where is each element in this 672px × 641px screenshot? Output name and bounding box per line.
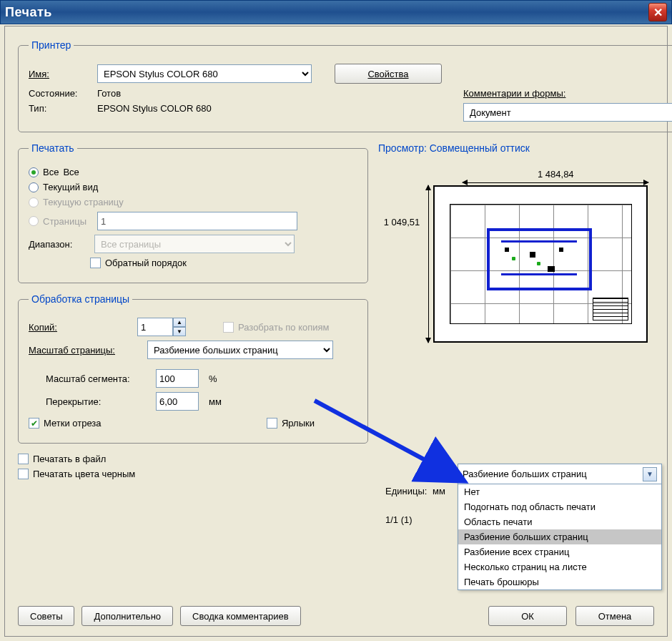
comments-label: Комментарии и формы: (463, 88, 565, 99)
subset-label: Диапазон: (29, 239, 90, 250)
copies-down[interactable]: ▼ (173, 327, 186, 336)
scale-dropdown-popup: Разбиение больших страниц ▼ Нет Подогнат… (458, 464, 662, 590)
close-icon: ✕ (653, 6, 663, 19)
preview-area: 1 049,51 1 484,84 (378, 161, 654, 433)
comments-select[interactable]: Документ (463, 103, 672, 122)
segment-label: Масштаб сегмента: (46, 373, 152, 384)
reverse-checkbox[interactable]: Обратный порядок (90, 258, 187, 268)
scale-dropdown-header[interactable]: Разбиение больших страниц ▼ (458, 464, 661, 484)
advanced-button[interactable]: Дополнительно (81, 606, 173, 626)
chevron-down-icon[interactable]: ▼ (643, 467, 657, 481)
printer-name-select[interactable]: EPSON Stylus COLOR 680 (97, 64, 312, 83)
overlap-input[interactable] (156, 392, 199, 411)
subset-select: Все страницы (94, 235, 295, 253)
copies-input[interactable] (137, 318, 173, 336)
print-range-group: Печатать Все Все Текущий вид Текущую стр… (18, 142, 368, 283)
scale-option-booklet[interactable]: Печать брошюры (458, 574, 661, 589)
printer-type-value: EPSON Stylus COLOR 680 (97, 103, 212, 114)
page-handling-legend: Обработка страницы (29, 293, 132, 305)
radio-all[interactable]: Все Все (29, 167, 357, 177)
preview-drawing (450, 204, 632, 324)
printer-type-label: Тип: (29, 103, 93, 114)
print-black-checkbox[interactable]: Печатать цвета черным (18, 469, 135, 479)
pages-input (97, 212, 297, 230)
copies-up[interactable]: ▲ (173, 318, 186, 327)
properties-button[interactable]: Свойства (335, 64, 442, 84)
printer-status-label: Состояние: (29, 88, 93, 99)
cancel-button[interactable]: Отмена (575, 606, 654, 626)
window-title: Печать (5, 5, 648, 20)
print-to-file-checkbox[interactable]: Печатать в файл (18, 454, 106, 464)
preview-width: 1 484,84 (538, 169, 574, 180)
cutmarks-checkbox[interactable]: ✔ Метки отреза (29, 418, 102, 429)
radio-current-view[interactable]: Текущий вид (29, 182, 357, 192)
annotation-arrow-icon (311, 397, 475, 490)
dim-arrow-h-icon (463, 182, 648, 183)
bottom-buttons: Советы Дополнительно Сводка комментариев (18, 606, 301, 626)
preview-title: Просмотр: Совмещенный оттиск (378, 142, 654, 154)
page-count: 1/1 (1) (385, 514, 412, 525)
close-button[interactable]: ✕ (648, 3, 667, 21)
segment-input[interactable] (156, 369, 199, 388)
scale-select[interactable]: Разбиение больших страниц (147, 341, 333, 359)
copies-stepper[interactable]: ▲▼ (137, 318, 186, 336)
preview-height: 1 049,51 (384, 217, 420, 227)
radio-pages: Страницы (29, 212, 357, 230)
scale-option-tile-all[interactable]: Разбиение всех страниц (458, 544, 661, 559)
scale-dropdown-selected: Разбиение больших страниц (463, 469, 587, 479)
ok-button[interactable]: ОК (488, 606, 567, 626)
preview-page (433, 185, 648, 343)
printer-name-label: Имя: (29, 69, 93, 79)
printer-group: Принтер Имя: EPSON Stylus COLOR 680 Свой… (18, 39, 672, 132)
scale-option-fit[interactable]: Подогнать под область печати (458, 499, 661, 514)
segment-unit: % (209, 373, 217, 384)
labels-checkbox[interactable]: Ярлыки (267, 418, 315, 429)
radio-current-page-label: Текущую страницу (43, 197, 124, 207)
radio-pages-label: Страницы (43, 216, 93, 227)
scale-option-none[interactable]: Нет (458, 484, 661, 499)
radio-current-view-label: Текущий вид (43, 182, 98, 192)
comments-summary-button[interactable]: Сводка комментариев (180, 606, 301, 626)
title-block-icon (593, 298, 628, 320)
dim-arrow-v-icon (428, 185, 429, 343)
collate-checkbox: Разобрать по копиям (223, 322, 330, 333)
titlebar: Печать ✕ (0, 0, 672, 24)
print-range-legend: Печатать (29, 142, 77, 154)
ok-cancel-buttons: ОК Отмена (488, 606, 654, 626)
copies-label: Копий: (29, 322, 71, 333)
scale-option-tile-large[interactable]: Разбиение больших страниц (458, 529, 661, 544)
overlap-unit: мм (209, 396, 222, 407)
svg-line-0 (315, 401, 461, 479)
scale-dropdown-list: Нет Подогнать под область печати Область… (458, 484, 661, 589)
radio-current-page: Текущую страницу (29, 197, 357, 207)
printer-status-value: Готов (97, 88, 121, 99)
printer-legend: Принтер (29, 39, 74, 51)
overlap-label: Перекрытие: (46, 396, 152, 407)
scale-option-print-area[interactable]: Область печати (458, 514, 661, 529)
scale-option-multi[interactable]: Несколько страниц на листе (458, 559, 661, 574)
scale-label: Масштаб страницы: (29, 345, 143, 356)
radio-all-label: Все (63, 167, 79, 177)
tips-button[interactable]: Советы (18, 606, 74, 626)
